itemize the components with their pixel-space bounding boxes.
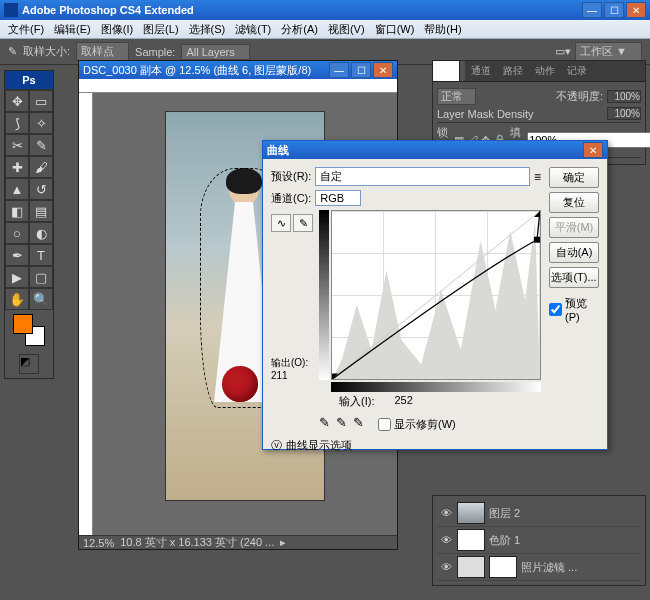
quick-mask-icon[interactable]: ◩ xyxy=(19,354,39,374)
doc-minimize-button[interactable]: — xyxy=(329,62,349,78)
ok-button[interactable]: 确定 xyxy=(549,167,599,188)
dodge-tool[interactable]: ◐ xyxy=(29,222,53,244)
sample-size-dropdown[interactable]: 取样点 xyxy=(76,42,129,61)
lmd-input[interactable] xyxy=(607,107,641,120)
hand-tool[interactable]: ✋ xyxy=(5,288,29,310)
minimize-button[interactable]: — xyxy=(582,2,602,18)
color-swatches[interactable] xyxy=(13,314,45,346)
layer-thumb xyxy=(432,60,460,82)
preview-label: 预览(P) xyxy=(565,296,599,323)
stamp-tool[interactable]: ▲ xyxy=(5,178,29,200)
tab-channels[interactable]: 通道 xyxy=(465,61,497,81)
preview-checkbox[interactable] xyxy=(549,303,562,316)
curves-dialog: 曲线 ✕ 预设(R): 自定 ≡ 通道(C): RGB ∿ ✎ 输出 xyxy=(262,140,608,450)
output-label: 输出(O): xyxy=(271,356,313,370)
app-titlebar: Adobe Photoshop CS4 Extended — ☐ ✕ xyxy=(0,0,650,20)
tab-actions[interactable]: 动作 xyxy=(529,61,561,81)
crop-tool[interactable]: ✂ xyxy=(5,134,29,156)
menu-image[interactable]: 图像(I) xyxy=(97,21,137,38)
menu-filter[interactable]: 滤镜(T) xyxy=(231,21,275,38)
gradient-tool[interactable]: ▤ xyxy=(29,200,53,222)
tab-history[interactable]: 记录 xyxy=(561,61,593,81)
visibility-icon[interactable]: 👁 xyxy=(439,534,453,546)
curves-graph[interactable] xyxy=(331,210,541,380)
type-tool[interactable]: T xyxy=(29,244,53,266)
menu-view[interactable]: 视图(V) xyxy=(324,21,369,38)
visibility-icon[interactable]: 👁 xyxy=(439,561,453,573)
foreground-color[interactable] xyxy=(13,314,33,334)
ps-badge: Ps xyxy=(5,71,53,90)
curve-point-tool[interactable]: ∿ xyxy=(271,214,291,232)
heal-tool[interactable]: ✚ xyxy=(5,156,29,178)
ruler-vertical xyxy=(79,93,93,535)
layer-row[interactable]: 👁 图层 2 xyxy=(437,500,641,527)
menu-file[interactable]: 文件(F) xyxy=(4,21,48,38)
screen-mode-icon[interactable]: ▭▾ xyxy=(555,45,571,58)
curves-title: 曲线 xyxy=(267,143,583,158)
opacity-input[interactable] xyxy=(607,90,641,103)
input-label: 输入(I): xyxy=(339,394,374,409)
curve-line[interactable] xyxy=(332,211,540,379)
move-tool[interactable]: ✥ xyxy=(5,90,29,112)
workspace-dropdown[interactable]: 工作区 ▼ xyxy=(575,42,642,61)
white-point-dropper[interactable]: ✎ xyxy=(353,415,364,430)
gray-point-dropper[interactable]: ✎ xyxy=(336,415,347,430)
maximize-button[interactable]: ☐ xyxy=(604,2,624,18)
menu-help[interactable]: 帮助(H) xyxy=(420,21,465,38)
layer-name: 色阶 1 xyxy=(489,533,520,548)
status-menu-icon[interactable]: ▸ xyxy=(280,536,286,549)
ruler-horizontal xyxy=(79,79,397,93)
eyedropper-tool[interactable]: ✎ xyxy=(29,134,53,156)
pen-tool[interactable]: ✒ xyxy=(5,244,29,266)
curve-display-options[interactable]: ⓥ 曲线显示选项 xyxy=(271,438,541,453)
document-statusbar: 12.5% 10.8 英寸 x 16.133 英寸 (240 ... ▸ xyxy=(79,535,397,549)
menu-bar: 文件(F) 编辑(E) 图像(I) 图层(L) 选择(S) 滤镜(T) 分析(A… xyxy=(0,20,650,39)
curve-draw-tool[interactable]: ✎ xyxy=(293,214,313,232)
menu-analysis[interactable]: 分析(A) xyxy=(277,21,322,38)
blend-mode-dropdown[interactable]: 正常 xyxy=(437,88,476,105)
auto-button[interactable]: 自动(A) xyxy=(549,242,599,263)
menu-select[interactable]: 选择(S) xyxy=(185,21,230,38)
blur-tool[interactable]: ○ xyxy=(5,222,29,244)
dims-readout: 10.8 英寸 x 16.133 英寸 (240 ... xyxy=(120,535,274,550)
black-point-dropper[interactable]: ✎ xyxy=(319,415,330,430)
history-brush-tool[interactable]: ↺ xyxy=(29,178,53,200)
lasso-tool[interactable]: ⟆ xyxy=(5,112,29,134)
doc-close-button[interactable]: ✕ xyxy=(373,62,393,78)
curves-close-button[interactable]: ✕ xyxy=(583,142,603,158)
preset-dropdown[interactable]: 自定 xyxy=(315,167,530,186)
close-button[interactable]: ✕ xyxy=(626,2,646,18)
eraser-tool[interactable]: ◧ xyxy=(5,200,29,222)
preset-label: 预设(R): xyxy=(271,169,311,184)
smooth-button[interactable]: 平滑(M) xyxy=(549,217,599,238)
visibility-icon[interactable]: 👁 xyxy=(439,507,453,519)
zoom-tool[interactable]: 🔍 xyxy=(29,288,53,310)
opacity-label: 不透明度: xyxy=(556,89,603,104)
path-select-tool[interactable]: ▶ xyxy=(5,266,29,288)
document-title: DSC_0030 副本 @ 12.5% (曲线 6, 图层蒙版/8) xyxy=(83,63,329,78)
options-button[interactable]: 选项(T)... xyxy=(549,267,599,288)
svg-line-1 xyxy=(332,211,540,379)
show-clipping-checkbox[interactable] xyxy=(378,418,391,431)
curve-point[interactable] xyxy=(534,237,540,243)
menu-window[interactable]: 窗口(W) xyxy=(371,21,419,38)
shape-tool[interactable]: ▢ xyxy=(29,266,53,288)
marquee-tool[interactable]: ▭ xyxy=(29,90,53,112)
zoom-readout[interactable]: 12.5% xyxy=(83,537,114,549)
layers-list-panel: 👁 图层 2 👁 色阶 1 👁 照片滤镜 ... xyxy=(432,495,646,586)
channel-dropdown[interactable]: RGB xyxy=(315,190,361,206)
cancel-button[interactable]: 复位 xyxy=(549,192,599,213)
show-clipping-label: 显示修剪(W) xyxy=(394,417,456,432)
menu-layer[interactable]: 图层(L) xyxy=(139,21,182,38)
sample-dropdown[interactable]: All Layers xyxy=(181,44,249,60)
layer-row[interactable]: 👁 色阶 1 xyxy=(437,527,641,554)
menu-edit[interactable]: 编辑(E) xyxy=(50,21,95,38)
preset-menu-icon[interactable]: ≡ xyxy=(534,170,541,184)
wand-tool[interactable]: ✧ xyxy=(29,112,53,134)
layer-row[interactable]: 👁 照片滤镜 ... xyxy=(437,554,641,581)
eyedropper-icon[interactable]: ✎ xyxy=(8,45,17,58)
doc-maximize-button[interactable]: ☐ xyxy=(351,62,371,78)
tab-paths[interactable]: 路径 xyxy=(497,61,529,81)
brush-tool[interactable]: 🖌 xyxy=(29,156,53,178)
layer-mask-thumb xyxy=(457,529,485,551)
